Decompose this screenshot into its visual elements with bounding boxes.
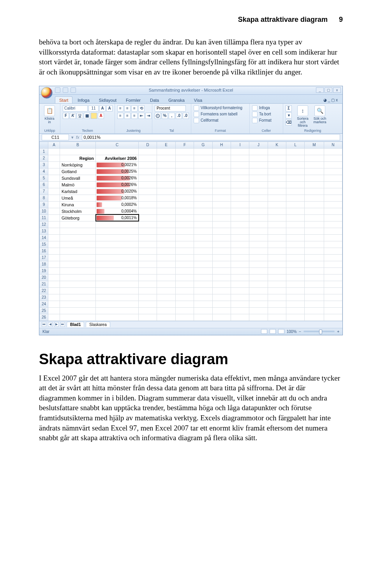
cell[interactable]	[48, 241, 60, 248]
sheet-tab-blad1[interactable]: Blad1	[67, 322, 84, 327]
bold-button[interactable]: F	[63, 113, 69, 119]
cell[interactable]	[305, 314, 324, 321]
cell[interactable]	[175, 261, 194, 267]
cell[interactable]	[48, 161, 60, 168]
row-header[interactable]: 8	[40, 195, 48, 201]
cell[interactable]	[324, 188, 342, 195]
cell[interactable]	[157, 221, 175, 228]
grow-font-button[interactable]: A	[99, 105, 106, 112]
cell[interactable]	[96, 241, 139, 248]
cell[interactable]	[249, 161, 268, 168]
cell[interactable]	[175, 188, 194, 195]
cell[interactable]	[286, 148, 305, 155]
cell[interactable]	[231, 241, 249, 248]
cell[interactable]	[175, 267, 194, 274]
tab-start[interactable]: Start	[55, 96, 72, 103]
cell[interactable]	[231, 168, 249, 175]
cell[interactable]	[249, 314, 268, 321]
cell[interactable]	[194, 168, 212, 175]
cell[interactable]	[249, 228, 268, 234]
cell[interactable]	[194, 281, 212, 287]
cell[interactable]	[139, 155, 157, 161]
cell[interactable]	[305, 261, 324, 267]
cell[interactable]	[157, 155, 175, 161]
format-cells-button[interactable]: Format	[252, 118, 272, 123]
cell[interactable]	[231, 287, 249, 294]
cell-value[interactable]: 0,0004%	[96, 208, 139, 214]
row-header[interactable]: 4	[40, 168, 48, 175]
cell-value[interactable]: 0,0025%	[96, 168, 139, 175]
cell[interactable]	[194, 241, 212, 248]
cell[interactable]	[194, 175, 212, 181]
underline-button[interactable]: U	[77, 113, 83, 119]
cell[interactable]	[175, 248, 194, 254]
cell-region[interactable]: Norrköping	[60, 161, 96, 168]
font-color-button[interactable]: A	[98, 113, 104, 119]
cell[interactable]	[157, 261, 175, 267]
cell[interactable]	[96, 294, 139, 301]
cell[interactable]	[157, 188, 175, 195]
cell[interactable]	[305, 254, 324, 261]
cell[interactable]	[175, 274, 194, 281]
cell[interactable]	[60, 234, 96, 241]
cell[interactable]	[60, 281, 96, 287]
col-header[interactable]: J	[249, 142, 268, 148]
cell[interactable]	[305, 228, 324, 234]
cell[interactable]	[48, 168, 60, 175]
cell[interactable]	[249, 208, 268, 214]
cell[interactable]	[48, 234, 60, 241]
cell[interactable]	[139, 181, 157, 188]
row-header[interactable]: 17	[40, 254, 48, 261]
cell-region[interactable]: Malmö	[60, 181, 96, 188]
cell[interactable]	[60, 221, 96, 228]
border-button[interactable]: ▦	[84, 113, 90, 119]
cell[interactable]	[175, 201, 194, 208]
cell[interactable]	[249, 188, 268, 195]
cell[interactable]	[324, 241, 342, 248]
cell[interactable]	[194, 195, 212, 201]
cell[interactable]	[324, 234, 342, 241]
cell[interactable]	[212, 281, 231, 287]
cell[interactable]	[194, 261, 212, 267]
cell[interactable]	[231, 221, 249, 228]
cell[interactable]	[212, 214, 231, 221]
cell[interactable]	[324, 314, 342, 321]
cell[interactable]	[48, 248, 60, 254]
cell[interactable]	[324, 161, 342, 168]
tab-visa[interactable]: Visa	[190, 96, 206, 103]
number-format-select[interactable]: Procent	[155, 105, 186, 112]
cell[interactable]	[157, 161, 175, 168]
cell[interactable]	[305, 287, 324, 294]
delete-cells-button[interactable]: Ta bort	[252, 112, 271, 117]
cell[interactable]	[305, 267, 324, 274]
cell[interactable]	[268, 287, 286, 294]
cell[interactable]	[305, 161, 324, 168]
cell[interactable]	[194, 214, 212, 221]
fill-color-button[interactable]	[91, 113, 97, 119]
cell[interactable]	[96, 234, 139, 241]
align-center-button[interactable]: ≡	[124, 113, 131, 119]
cell[interactable]	[249, 175, 268, 181]
cell[interactable]	[48, 301, 60, 307]
cell[interactable]	[157, 228, 175, 234]
row-header[interactable]: 23	[40, 294, 48, 301]
cell[interactable]	[249, 267, 268, 274]
cell[interactable]	[212, 228, 231, 234]
cell[interactable]	[139, 294, 157, 301]
cell[interactable]	[286, 214, 305, 221]
cell[interactable]	[175, 234, 194, 241]
cell[interactable]	[268, 314, 286, 321]
cell[interactable]	[48, 261, 60, 267]
cell[interactable]	[305, 241, 324, 248]
percent-button[interactable]: %	[162, 113, 168, 119]
cell-region[interactable]: Kiruna	[60, 201, 96, 208]
cell[interactable]	[305, 168, 324, 175]
row-header[interactable]: 22	[40, 287, 48, 294]
cell[interactable]	[48, 195, 60, 201]
cell-value[interactable]: 0,0021%	[96, 161, 139, 168]
cell[interactable]	[249, 301, 268, 307]
cell-region[interactable]: Göteborg	[60, 214, 96, 221]
row-header[interactable]: 19	[40, 267, 48, 274]
row-header[interactable]: 12	[40, 221, 48, 228]
cell-value[interactable]: 0,0026%	[96, 181, 139, 188]
